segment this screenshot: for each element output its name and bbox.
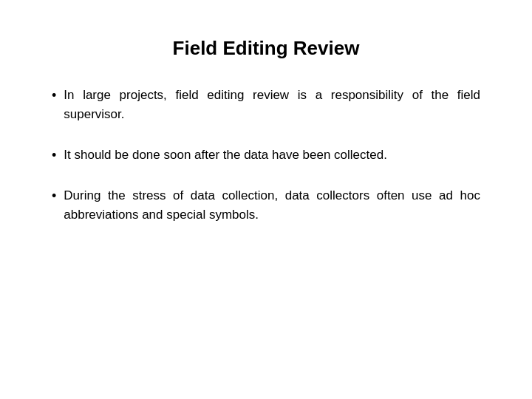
bullet-text-2: It should be done soon after the data ha…	[64, 146, 387, 165]
bullet-item-3: • During the stress of data collection, …	[52, 186, 480, 225]
slide-title: Field Editing Review	[173, 37, 360, 60]
bullet-dot-1: •	[52, 86, 56, 106]
bullet-item-1: • In large projects, field editing revie…	[52, 86, 480, 125]
bullet-dot-3: •	[52, 186, 56, 206]
content-area: • In large projects, field editing revie…	[52, 86, 480, 225]
bullet-text-1: In large projects, field editing review …	[64, 86, 480, 125]
slide-container: Field Editing Review • In large projects…	[0, 0, 532, 399]
bullet-text-3: During the stress of data collection, da…	[64, 186, 480, 225]
bullet-item-2: • It should be done soon after the data …	[52, 146, 480, 166]
bullet-dot-2: •	[52, 146, 56, 166]
